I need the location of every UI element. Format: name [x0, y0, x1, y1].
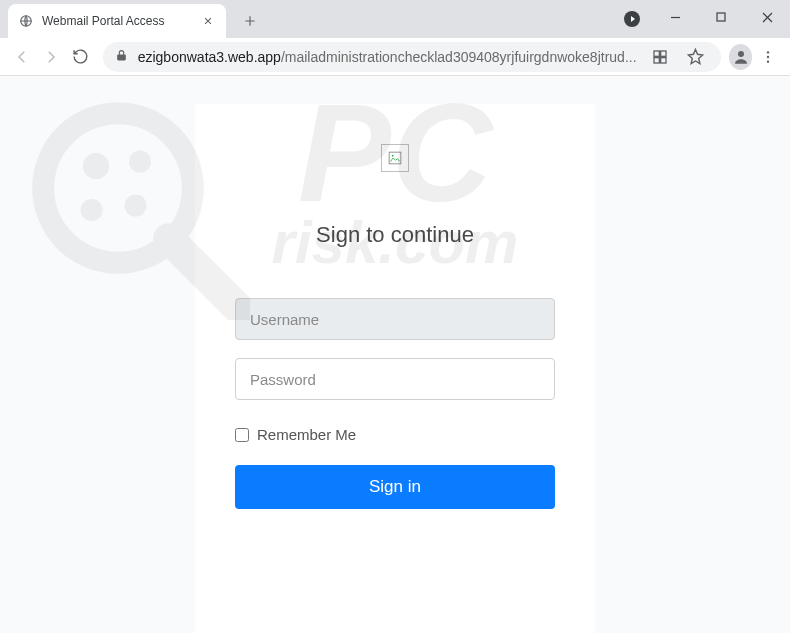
new-tab-button[interactable] [236, 7, 264, 35]
close-tab-icon[interactable] [200, 13, 216, 29]
svg-rect-10 [389, 152, 401, 164]
lock-icon [115, 48, 128, 66]
svg-point-6 [738, 51, 744, 57]
svg-rect-5 [660, 57, 665, 62]
url-path: /mailadministrationchecklad309408yrjfuir… [281, 49, 637, 65]
close-window-button[interactable] [744, 0, 790, 34]
remember-me-label: Remember Me [257, 426, 356, 443]
signin-heading: Sign to continue [235, 222, 555, 248]
svg-rect-1 [717, 13, 725, 21]
svg-point-11 [392, 155, 394, 157]
maximize-button[interactable] [698, 0, 744, 34]
password-input[interactable] [235, 358, 555, 400]
media-playing-icon[interactable] [624, 11, 640, 27]
browser-tab-active[interactable]: Webmail Portal Access [8, 4, 226, 38]
globe-icon [18, 13, 34, 29]
remember-me-row[interactable]: Remember Me [235, 426, 555, 443]
url-host: ezigbonwata3.web.app [138, 49, 281, 65]
username-input[interactable] [235, 298, 555, 340]
signin-button[interactable]: Sign in [235, 465, 555, 509]
remember-me-checkbox[interactable] [235, 428, 249, 442]
login-card: Sign to continue Remember Me Sign in [195, 104, 595, 633]
page-viewport: Sign to continue Remember Me Sign in [0, 76, 790, 633]
url-text: ezigbonwata3.web.app/mailadministrationc… [138, 49, 637, 65]
svg-rect-3 [660, 51, 665, 56]
tab-title: Webmail Portal Access [42, 14, 192, 28]
forward-button[interactable] [38, 42, 66, 72]
svg-point-7 [767, 51, 769, 53]
back-button[interactable] [8, 42, 36, 72]
svg-rect-2 [654, 51, 659, 56]
browser-toolbar: ezigbonwata3.web.app/mailadministrationc… [0, 38, 790, 76]
window-controls [652, 0, 790, 34]
browser-tab-strip: Webmail Portal Access [0, 0, 790, 38]
address-bar[interactable]: ezigbonwata3.web.app/mailadministrationc… [103, 42, 721, 72]
svg-point-8 [767, 55, 769, 57]
broken-image-icon [381, 144, 409, 172]
reload-button[interactable] [67, 42, 95, 72]
svg-point-9 [767, 60, 769, 62]
bookmark-icon[interactable] [683, 44, 709, 70]
minimize-button[interactable] [652, 0, 698, 34]
svg-rect-4 [654, 57, 659, 62]
menu-button[interactable] [754, 42, 782, 72]
install-app-icon[interactable] [647, 44, 673, 70]
profile-avatar[interactable] [729, 44, 753, 70]
